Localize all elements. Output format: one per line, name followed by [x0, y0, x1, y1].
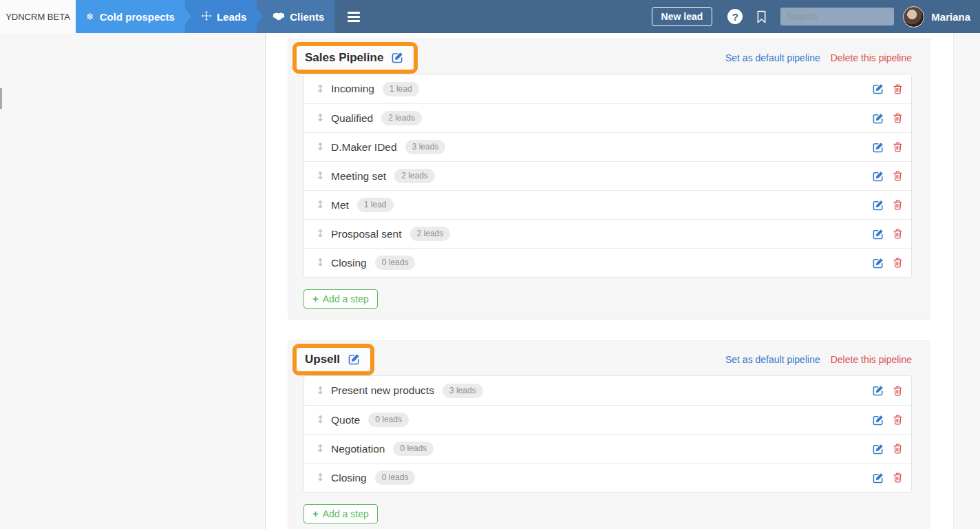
set-default-pipeline-link[interactable]: Set as default pipeline: [725, 354, 820, 365]
step-label: Present new products: [331, 384, 434, 397]
step-row: ↕ Closing 0 leads: [304, 248, 911, 277]
step-row: ↕ Closing 0 leads: [304, 463, 911, 492]
drag-handle-icon[interactable]: ↕: [316, 386, 325, 396]
delete-pipeline-link[interactable]: Delete this pipeline: [831, 52, 912, 63]
edit-step-button[interactable]: [873, 142, 884, 153]
sidebar-scroll-handle[interactable]: [0, 88, 2, 109]
steps-list: ↕ Incoming 1 lead ↕ Qualified 2 l: [303, 74, 912, 278]
edit-step-button[interactable]: [873, 415, 884, 426]
step-row: ↕ Met 1 lead: [304, 190, 911, 219]
delete-step-button[interactable]: [893, 200, 902, 210]
trash-icon: [893, 142, 902, 152]
app-logo: YDNCRM BETA: [0, 0, 76, 33]
add-step-button[interactable]: + Add a step: [303, 289, 378, 309]
drag-handle-icon[interactable]: ↕: [316, 415, 325, 425]
edit-step-button[interactable]: [873, 229, 884, 240]
edit-icon: [873, 142, 884, 153]
edit-step-button[interactable]: [873, 200, 884, 211]
tab-leads[interactable]: Leads: [185, 0, 257, 33]
edit-icon: [873, 171, 884, 182]
pipeline-card: Upsell Set as default pipeline Delete th…: [288, 340, 930, 529]
edit-pipeline-title-button[interactable]: [392, 52, 403, 63]
drag-handle-icon[interactable]: ↕: [316, 200, 325, 210]
edit-step-button[interactable]: [873, 444, 884, 455]
drag-handle-icon[interactable]: ↕: [316, 113, 325, 123]
tab-cold-prospects[interactable]: ❄ Cold prospects: [76, 0, 185, 33]
drag-handle-icon[interactable]: ↕: [316, 142, 325, 152]
delete-step-button[interactable]: [893, 113, 902, 123]
edit-step-button[interactable]: [873, 171, 884, 182]
edit-icon: [873, 473, 884, 484]
delete-step-button[interactable]: [893, 386, 902, 396]
step-actions: [873, 385, 902, 396]
step-row: ↕ Prosposal sent 2 leads: [304, 219, 911, 248]
edit-step-button[interactable]: [873, 83, 884, 94]
edit-pipeline-title-button[interactable]: [348, 353, 360, 365]
trash-icon: [893, 200, 902, 210]
edit-icon: [873, 444, 884, 455]
delete-step-button[interactable]: [893, 473, 902, 483]
help-button[interactable]: ?: [727, 9, 743, 24]
tab-clients[interactable]: Clients: [257, 0, 334, 33]
pipeline-title: Upsell: [305, 353, 340, 366]
edit-step-button[interactable]: [873, 385, 884, 396]
delete-pipeline-link[interactable]: Delete this pipeline: [831, 354, 912, 365]
annotation-highlight: Upsell: [292, 344, 374, 375]
edit-icon: [392, 52, 403, 63]
trash-icon: [893, 171, 902, 181]
main-content: Sales Pipeline Set as default pipeline D…: [266, 33, 953, 529]
delete-step-button[interactable]: [893, 258, 902, 268]
bookmark-button[interactable]: [756, 10, 767, 23]
add-step-label: Add a step: [323, 293, 369, 304]
bookmark-icon: [756, 10, 767, 23]
pipeline-title: Sales Pipeline: [305, 51, 383, 65]
trash-icon: [893, 444, 902, 454]
step-row: ↕ D.Maker IDed 3 leads: [304, 132, 911, 161]
edit-icon: [873, 415, 884, 426]
delete-step-button[interactable]: [893, 444, 902, 454]
drag-handle-icon[interactable]: ↕: [316, 444, 325, 454]
edit-step-button[interactable]: [873, 258, 884, 269]
set-default-pipeline-link[interactable]: Set as default pipeline: [725, 52, 820, 63]
step-row: ↕ Qualified 2 leads: [304, 103, 911, 132]
add-step-button[interactable]: + Add a step: [303, 504, 378, 523]
step-actions: [873, 473, 902, 484]
pipeline-card-header: Sales Pipeline Set as default pipeline D…: [288, 39, 930, 74]
delete-step-button[interactable]: [893, 84, 902, 94]
step-count-badge: 0 leads: [393, 442, 434, 456]
step-row: ↕ Incoming 1 lead: [304, 74, 911, 103]
delete-step-button[interactable]: [893, 142, 902, 152]
delete-step-button[interactable]: [893, 171, 902, 181]
hamburger-menu-button[interactable]: [334, 0, 373, 33]
delete-step-button[interactable]: [893, 415, 902, 425]
drag-handle-icon[interactable]: ↕: [316, 258, 325, 268]
pipeline-card: Sales Pipeline Set as default pipeline D…: [288, 39, 930, 320]
pipelines-container: Sales Pipeline Set as default pipeline D…: [288, 39, 953, 529]
trash-icon: [893, 258, 902, 268]
avatar[interactable]: [903, 6, 924, 28]
step-count-badge: 0 leads: [375, 256, 416, 270]
drag-handle-icon[interactable]: ↕: [316, 84, 325, 94]
edit-step-button[interactable]: [873, 113, 884, 124]
pipeline-card-header: Upsell Set as default pipeline Delete th…: [288, 341, 930, 375]
pipeline-header-links: Set as default pipeline Delete this pipe…: [725, 354, 912, 365]
pipeline-header-links: Set as default pipeline Delete this pipe…: [725, 52, 912, 63]
question-mark-icon: ?: [732, 11, 738, 23]
delete-step-button[interactable]: [893, 229, 902, 239]
step-count-badge: 0 leads: [368, 413, 409, 427]
step-label: Qualified: [331, 112, 373, 125]
step-label: Quote: [331, 414, 360, 426]
tab-label: Cold prospects: [100, 11, 175, 23]
edit-step-button[interactable]: [873, 473, 884, 484]
drag-handle-icon[interactable]: ↕: [316, 229, 325, 239]
add-step-label: Add a step: [323, 508, 369, 519]
right-gutter: [953, 33, 980, 529]
search-input[interactable]: [780, 8, 894, 25]
tab-label: Clients: [290, 11, 324, 23]
new-lead-button[interactable]: New lead: [652, 7, 713, 26]
drag-handle-icon[interactable]: ↕: [316, 171, 325, 181]
edit-icon: [873, 83, 884, 94]
handshake-icon: [273, 12, 284, 22]
step-actions: [873, 200, 902, 211]
drag-handle-icon[interactable]: ↕: [316, 473, 325, 483]
